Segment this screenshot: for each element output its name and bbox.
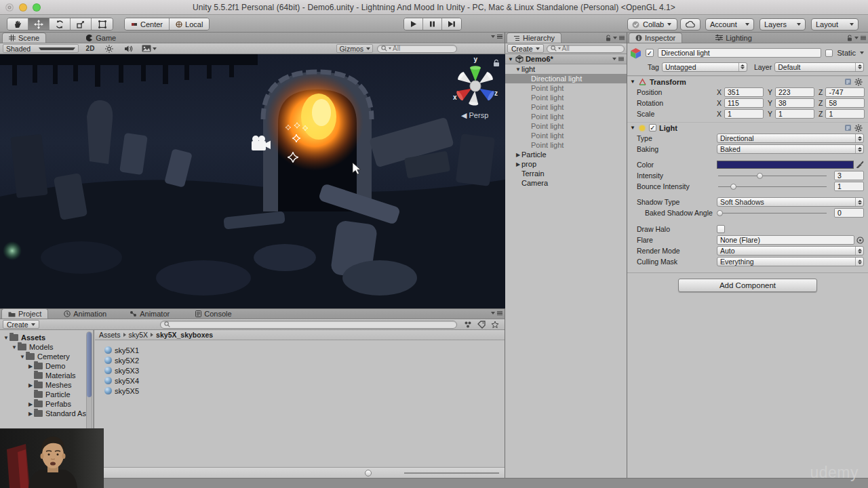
scene-viewport[interactable]: y x z ◀ Persp xyxy=(0,54,505,308)
pause-button[interactable] xyxy=(423,18,442,30)
bounce-intensity-slider[interactable] xyxy=(717,182,828,191)
rotate-tool-button[interactable] xyxy=(50,18,71,30)
light-component-header[interactable]: ▼ ✓ Light xyxy=(627,122,868,133)
hand-tool-button[interactable] xyxy=(7,18,28,30)
shadow-type-dropdown[interactable]: Soft Shadows xyxy=(717,197,864,207)
scale-z-field[interactable]: 1 xyxy=(825,109,865,119)
eyedropper-icon[interactable] xyxy=(856,161,864,169)
tab-animator[interactable]: Animator xyxy=(123,308,176,319)
culling-mask-dropdown[interactable]: Everything xyxy=(717,257,864,266)
expand-arrow-icon[interactable]: ▼ xyxy=(3,335,9,341)
hierarchy-item-terrain[interactable]: Terrain xyxy=(505,169,627,178)
tab-project[interactable]: Project xyxy=(1,308,48,319)
breadcrumb-assets[interactable]: Assets xyxy=(99,331,121,339)
position-y-field[interactable]: 223 xyxy=(775,87,814,97)
tree-item-demo[interactable]: ▶Demo xyxy=(0,361,93,371)
collapse-arrow-icon[interactable]: ▶ xyxy=(27,382,34,388)
object-name-field[interactable]: Directional light xyxy=(658,48,821,58)
intensity-field[interactable]: 3 xyxy=(834,171,864,180)
pivot-toggle-button[interactable]: Center xyxy=(125,18,170,30)
inspector-panel-menu[interactable] xyxy=(847,35,866,41)
tab-inspector[interactable]: Inspector xyxy=(629,33,682,43)
scene-search-input[interactable]: All xyxy=(377,45,457,53)
search-by-type-icon[interactable] xyxy=(464,321,472,329)
tab-lighting[interactable]: Lighting xyxy=(709,33,758,43)
collapse-arrow-icon[interactable]: ▶ xyxy=(27,411,34,417)
asset-sky5x2[interactable]: sky5X2 xyxy=(95,355,505,365)
tab-console[interactable]: Console xyxy=(189,308,237,319)
space-toggle-button[interactable]: Local xyxy=(170,18,209,30)
light-type-dropdown[interactable]: Directional xyxy=(717,134,864,143)
scene-panel-menu[interactable] xyxy=(491,35,502,39)
tree-item-materials[interactable]: Materials xyxy=(0,371,93,380)
tab-animation[interactable]: Animation xyxy=(58,308,113,319)
hierarchy-item-point-light[interactable]: Point light xyxy=(505,112,627,121)
thumbnail-size-slider[interactable] xyxy=(404,472,499,474)
gizmos-dropdown[interactable]: Gizmos xyxy=(336,44,373,53)
scene-effects-dropdown[interactable] xyxy=(140,44,159,53)
tree-scrollbar-thumb[interactable] xyxy=(87,332,92,397)
collapse-arrow-icon[interactable]: ▶ xyxy=(515,152,521,158)
account-dropdown[interactable]: Account xyxy=(705,18,754,30)
tree-item-assets[interactable]: ▼Assets xyxy=(0,333,93,342)
2d-toggle-button[interactable]: 2D xyxy=(83,44,98,53)
slider-knob[interactable] xyxy=(365,470,372,476)
tree-item-particle[interactable]: Particle xyxy=(0,390,93,399)
transform-component-header[interactable]: ▼ Transform xyxy=(627,76,868,87)
hierarchy-item-point-light[interactable]: Point light xyxy=(505,121,627,131)
step-button[interactable] xyxy=(442,18,461,30)
light-enabled-checkbox[interactable]: ✓ xyxy=(649,124,656,131)
play-button[interactable] xyxy=(404,18,423,30)
window-maximize-button[interactable] xyxy=(33,3,41,12)
scene-audio-toggle[interactable] xyxy=(121,44,136,53)
search-by-label-icon[interactable] xyxy=(477,321,486,329)
render-mode-dropdown[interactable]: Auto xyxy=(717,246,864,256)
draw-halo-checkbox[interactable] xyxy=(717,225,725,233)
tag-dropdown[interactable]: Untagged xyxy=(662,62,747,72)
baking-dropdown[interactable]: Baked xyxy=(717,144,864,154)
color-swatch[interactable] xyxy=(717,161,854,169)
asset-sky5x1[interactable]: sky5X1 xyxy=(95,345,505,355)
rotation-y-field[interactable]: 38 xyxy=(775,98,814,108)
projection-mode-label[interactable]: ◀ Persp xyxy=(461,111,488,119)
gear-icon[interactable] xyxy=(854,78,863,86)
hierarchy-item-point-light[interactable]: Point light xyxy=(505,83,627,93)
position-x-field[interactable]: 351 xyxy=(724,87,764,97)
tree-item-cemetery[interactable]: ▼Cemetery xyxy=(0,352,93,361)
tab-scene[interactable]: Scene xyxy=(2,33,46,43)
cloud-button[interactable] xyxy=(680,18,701,30)
project-search-input[interactable] xyxy=(160,321,457,329)
breadcrumb-sky5x-skyboxes[interactable]: sky5X_skyboxes xyxy=(156,331,213,339)
hierarchy-item-directional-light[interactable]: Directional light xyxy=(505,74,627,83)
rect-tool-button[interactable] xyxy=(92,18,113,30)
hierarchy-item-particle[interactable]: ▶Particle xyxy=(505,150,627,159)
hierarchy-item-point-light[interactable]: Point light xyxy=(505,131,627,140)
window-close-button[interactable] xyxy=(5,3,14,12)
scale-y-field[interactable]: 1 xyxy=(775,109,814,119)
baked-shadow-angle-field[interactable]: 0 xyxy=(834,208,864,218)
baked-shadow-angle-slider[interactable] xyxy=(717,209,828,218)
scale-x-field[interactable]: 1 xyxy=(724,109,764,119)
tree-item-models[interactable]: ▼Models xyxy=(0,342,93,352)
collapse-arrow-icon[interactable]: ▶ xyxy=(515,161,521,167)
layout-dropdown[interactable]: Layout xyxy=(811,18,859,30)
tree-item-meshes[interactable]: ▶Meshes xyxy=(0,380,93,390)
intensity-slider[interactable] xyxy=(717,171,828,180)
scene-lighting-toggle[interactable] xyxy=(102,44,117,53)
rotation-x-field[interactable]: 115 xyxy=(724,98,764,108)
layers-dropdown[interactable]: Layers xyxy=(760,18,806,30)
window-minimize-button[interactable] xyxy=(19,3,27,12)
expand-arrow-icon[interactable]: ▼ xyxy=(19,354,26,360)
hierarchy-panel-menu[interactable] xyxy=(606,35,625,41)
favorites-star-icon[interactable] xyxy=(491,321,499,329)
project-panel-menu[interactable] xyxy=(491,311,502,315)
expand-arrow-icon[interactable]: ▼ xyxy=(11,344,18,350)
expand-arrow-icon[interactable]: ▼ xyxy=(630,79,635,85)
expand-arrow-icon[interactable]: ▼ xyxy=(508,56,513,62)
hierarchy-search-input[interactable]: All xyxy=(547,45,625,53)
position-z-field[interactable]: -747 xyxy=(825,87,865,97)
move-tool-button[interactable] xyxy=(28,18,50,30)
breadcrumb-sky5x[interactable]: sky5X xyxy=(129,331,149,339)
hierarchy-create-button[interactable]: Create xyxy=(507,44,544,53)
collapse-arrow-icon[interactable]: ▶ xyxy=(27,401,34,407)
